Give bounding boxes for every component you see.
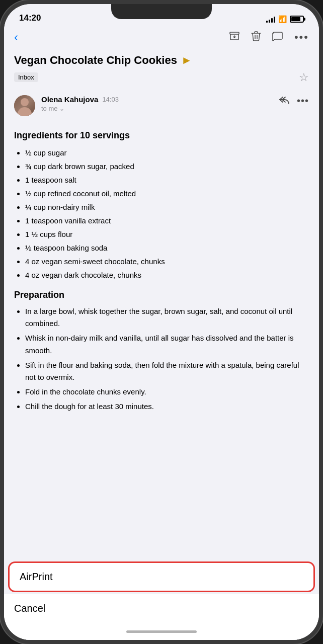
list-item: Sift in the flour and baking soda, then … (25, 359, 309, 384)
more-button[interactable]: ••• (294, 31, 309, 44)
sender-row: Olena Kahujova 14:03 to me ⌄ (4, 89, 319, 122)
email-toolbar: ‹ (4, 26, 319, 48)
email-tags-row: Inbox ☆ (14, 71, 309, 84)
list-item: 4 oz vegan dark chocolate, chunks (25, 268, 309, 282)
archive-button[interactable] (229, 31, 240, 44)
list-item: 1 ½ cups flour (25, 227, 309, 241)
list-item: In a large bowl, whisk together the suga… (25, 305, 309, 331)
wifi-icon: 📶 (278, 15, 287, 23)
signal-bar-3 (271, 18, 273, 23)
forward-arrow-icon: ► (181, 53, 192, 68)
preparation-list: In a large bowl, whisk together the suga… (14, 305, 309, 413)
home-indicator (4, 623, 319, 640)
sender-actions: ••• (279, 95, 309, 107)
notch (111, 4, 212, 19)
list-item: 1 teaspoon vanilla extract (25, 214, 309, 227)
battery-icon (290, 16, 304, 23)
star-button[interactable]: ☆ (299, 71, 309, 84)
email-subject: Vegan Chocolate Chip Cookies ► (14, 53, 309, 68)
list-item: Whisk in non-dairy milk and vanilla, unt… (25, 332, 309, 357)
email-container: ‹ (4, 26, 319, 640)
sender-to[interactable]: to me ⌄ (41, 105, 273, 112)
email-more-button[interactable]: ••• (297, 95, 309, 107)
back-button[interactable]: ‹ (14, 30, 18, 44)
status-time: 14:20 (19, 13, 41, 23)
preparation-heading: Preparation (14, 290, 309, 300)
avatar-body (18, 107, 32, 116)
toolbar-right: ••• (229, 31, 309, 44)
sender-name: Olena Kahujova (41, 95, 98, 104)
chevron-down-icon: ⌄ (59, 105, 64, 112)
signal-bar-4 (274, 17, 275, 23)
avatar (14, 95, 35, 116)
email-subject-text: Vegan Chocolate Chip Cookies (14, 53, 177, 68)
list-item: ½ teaspoon baking soda (25, 241, 309, 255)
svg-rect-0 (230, 32, 239, 34)
inbox-tag[interactable]: Inbox (14, 72, 38, 82)
sender-time: 14:03 (102, 96, 119, 103)
ingredients-list: ½ cup sugar ¾ cup dark brown sugar, pack… (14, 146, 309, 282)
sender-info: Olena Kahujova 14:03 to me ⌄ (41, 95, 273, 112)
toolbar-left: ‹ (14, 30, 18, 44)
list-item: ½ cup refined coconut oil, melted (25, 187, 309, 200)
ingredients-heading: Ingredients for 10 servings (14, 130, 309, 141)
list-item: Fold in the chocolate chunks evenly. (25, 386, 309, 398)
list-item: ¾ cup dark brown sugar, packed (25, 159, 309, 173)
airprint-button[interactable]: AirPrint (8, 561, 315, 592)
email-header: Vegan Chocolate Chip Cookies ► Inbox ☆ (4, 48, 319, 89)
cancel-button[interactable]: Cancel (4, 594, 319, 623)
signal-bars-icon (266, 16, 275, 23)
reply-button[interactable] (279, 95, 290, 107)
list-item: 4 oz vegan semi-sweet chocolate, chunks (25, 255, 309, 268)
battery-fill (291, 17, 300, 21)
list-item: ½ cup sugar (25, 146, 309, 159)
signal-bar-1 (266, 21, 268, 23)
status-icons: 📶 (266, 15, 304, 23)
list-item: ¼ cup non-dairy milk (25, 200, 309, 214)
phone-screen: 14:20 📶 ‹ (4, 4, 319, 640)
list-item: Chill the dough for at least 30 minutes. (25, 400, 309, 413)
compose-button[interactable] (272, 31, 283, 44)
avatar-image (14, 95, 35, 116)
phone-frame: 14:20 📶 ‹ (0, 0, 323, 644)
signal-bar-2 (269, 20, 270, 23)
list-item: 1 teaspoon salt (25, 173, 309, 187)
trash-button[interactable] (251, 31, 261, 44)
bottom-sheet: AirPrint Cancel (4, 557, 319, 640)
home-bar (126, 630, 197, 633)
avatar-head (21, 98, 29, 106)
sender-name-row: Olena Kahujova 14:03 (41, 95, 273, 104)
